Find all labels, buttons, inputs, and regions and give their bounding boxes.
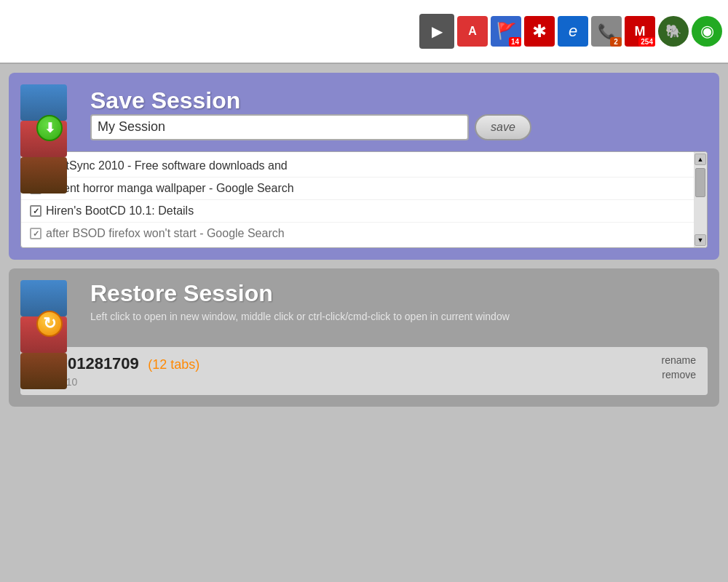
phone-icon[interactable]: 📞 2: [591, 16, 622, 47]
restore-session-title: Restore Session: [90, 280, 708, 307]
tab-checkbox-3[interactable]: ✓: [30, 205, 41, 217]
gmail-badge: 254: [638, 37, 655, 47]
tab-label-4: after BSOD firefox won't start - Google …: [46, 227, 285, 240]
tab-label-2: violent horror manga wallpaper - Google …: [46, 182, 294, 195]
asterisk-icon[interactable]: ✱: [524, 16, 555, 47]
restore-session-subtitle: Left click to open in new window, middle…: [90, 310, 708, 324]
restore-title-area: Restore Session Left click to open in ne…: [90, 280, 708, 324]
save-session-header: ⬇ Save Session save: [20, 84, 708, 143]
save-session-panel: ⬇ Save Session save ✓ BestSync 2010 - Fr…: [9, 73, 719, 260]
restore-stack-brown: [20, 353, 67, 389]
tabs-list: ✓ BestSync 2010 - Free software download…: [21, 152, 694, 247]
scroll-down-button[interactable]: ▼: [695, 234, 706, 246]
app-icon[interactable]: ◉: [692, 16, 722, 47]
taskbar: A 🚩 14 ✱ e 📞 2 M 254 🐘 ◉: [0, 0, 728, 64]
session-actions: rename remove: [662, 354, 696, 380]
sessions-icon[interactable]: 🚩 14: [491, 16, 521, 47]
evernote-icon[interactable]: 🐘: [658, 16, 689, 47]
tab-item-3[interactable]: ✓ Hiren's BootCD 10.1: Details: [21, 200, 694, 223]
save-icon-badge: ⬇: [36, 115, 63, 141]
phone-badge: 2: [610, 37, 622, 47]
save-session-icon: ⬇: [20, 84, 79, 143]
restore-icon-badge: ↻: [36, 311, 63, 337]
tabs-scrollbar[interactable]: ▲ ▼: [694, 152, 707, 247]
session-name-input[interactable]: [90, 114, 469, 140]
stack-layer-brown: [20, 157, 67, 194]
save-session-title-area: Save Session save: [90, 87, 708, 140]
save-button[interactable]: save: [475, 114, 531, 140]
rename-button[interactable]: rename: [662, 354, 696, 366]
main-content: ⬇ Save Session save ✓ BestSync 2010 - Fr…: [0, 64, 728, 415]
save-session-title: Save Session: [90, 87, 708, 114]
restore-session-icon: ↻: [20, 280, 79, 338]
tab-checkbox-4[interactable]: ✓: [30, 228, 41, 239]
restore-session-panel: ↻ Restore Session Left click to open in …: [9, 268, 719, 407]
ie-icon[interactable]: e: [558, 16, 588, 47]
save-session-row: save: [90, 114, 708, 140]
session-entry-0: 201001281709 (12 tabs) 28/1/2010 rename …: [20, 347, 708, 395]
remove-button[interactable]: remove: [662, 369, 696, 380]
sessions-badge: 14: [509, 37, 521, 47]
session-tabs-count: (12 tabs): [148, 357, 199, 372]
restore-session-header: ↻ Restore Session Left click to open in …: [20, 280, 708, 338]
tab-item-1[interactable]: ✓ BestSync 2010 - Free software download…: [21, 155, 694, 178]
translator-icon[interactable]: A: [457, 16, 488, 47]
play-button[interactable]: [419, 14, 454, 49]
tab-item-2[interactable]: ✓ violent horror manga wallpaper - Googl…: [21, 178, 694, 200]
tabs-list-container: ✓ BestSync 2010 - Free software download…: [20, 151, 708, 248]
tab-label-3: Hiren's BootCD 10.1: Details: [46, 204, 194, 218]
tab-item-4[interactable]: ✓ after BSOD firefox won't start - Googl…: [21, 223, 694, 244]
gmail-icon[interactable]: M 254: [625, 16, 655, 47]
tab-label-1: BestSync 2010 - Free software downloads …: [46, 159, 288, 172]
scroll-thumb[interactable]: [695, 168, 705, 197]
scroll-up-button[interactable]: ▲: [695, 154, 706, 165]
